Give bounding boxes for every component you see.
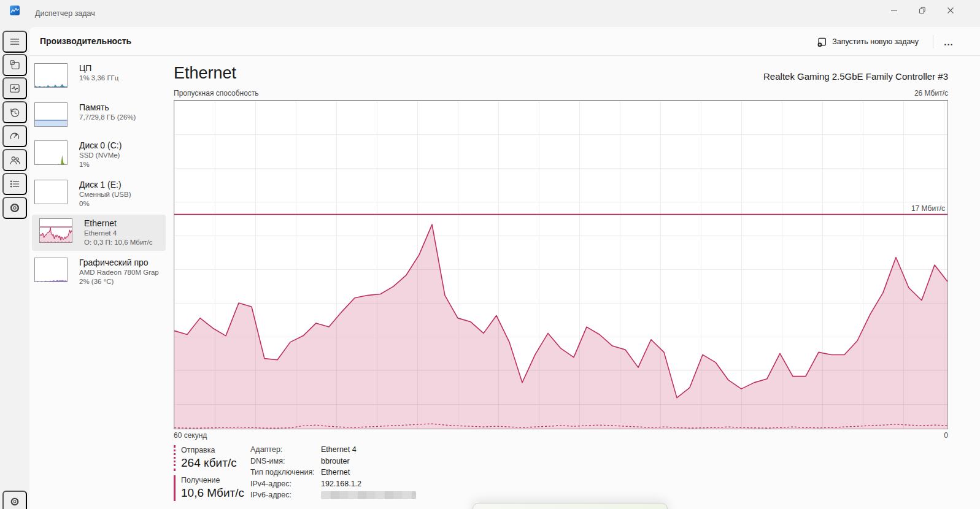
perf-item-gpu[interactable]: Графический проAMD Radeon 780M Grap2% (3… [34, 258, 166, 286]
disk0-thumbnail [34, 140, 68, 165]
selected-indicator [1, 82, 2, 94]
send-label: Отправка [181, 445, 250, 455]
receive-kpi: Получение 10,6 Мбит/с [174, 475, 250, 501]
throughput-chart-svg [174, 101, 947, 429]
rail-item-processes[interactable] [2, 54, 27, 76]
throughput-label: Пропускная способность [174, 89, 259, 98]
scale-max-label: 26 Мбит/с [914, 89, 948, 98]
receive-label: Получение [181, 475, 250, 485]
run-new-task-button[interactable]: Запустить новую задачу [811, 33, 925, 51]
header-separator [933, 35, 933, 48]
rail-item-users[interactable] [2, 149, 27, 171]
menu-icon[interactable] [2, 31, 27, 53]
rail-item-details[interactable] [2, 173, 27, 195]
perf-item-memory[interactable]: Память7,7/29,8 ГБ (26%) [34, 102, 166, 127]
ethernet-thumbnail [39, 218, 72, 243]
rail-item-app-history[interactable] [2, 101, 27, 123]
send-kpi: Отправка 264 кбит/с [174, 445, 250, 471]
new-task-icon [817, 37, 827, 47]
close-button[interactable] [936, 0, 965, 21]
titlebar: Диспетчер задач [0, 0, 980, 27]
page-title: Производительность [40, 36, 131, 46]
disk1-thumbnail [34, 180, 68, 204]
tooltip-popup [473, 503, 668, 509]
controller-name: Realtek Gaming 2.5GbE Family Controller … [763, 71, 948, 82]
run-new-task-label: Запустить новую задачу [832, 37, 919, 46]
task-manager-app-icon [10, 6, 20, 15]
perf-item-ethernet[interactable]: EthernetEthernet 4О: 0,3 П: 10,6 Мбит/с [32, 215, 166, 251]
more-options-button[interactable]: ... [938, 33, 959, 51]
settings-icon[interactable] [2, 491, 27, 509]
receive-value: 10,6 Мбит/с [181, 485, 250, 501]
threshold-label: 17 Мбит/с [911, 204, 945, 213]
rail-item-services[interactable] [2, 197, 27, 219]
send-value: 264 кбит/с [181, 455, 250, 471]
rail-item-startup-apps[interactable] [2, 125, 27, 147]
card-header: Производительность Запустить новую задач… [29, 27, 980, 56]
perf-item-cpu[interactable]: ЦП1% 3,36 ГГц [34, 63, 166, 88]
x-axis-left-label: 60 секунд [174, 431, 207, 440]
adapter-details: Адаптер:Ethernet 4 DNS-имя:bbrouter Тип … [250, 445, 416, 505]
memory-thumbnail [34, 102, 68, 127]
rail-item-performance[interactable] [2, 77, 27, 99]
minimize-button[interactable] [880, 0, 908, 21]
gpu-thumbnail [34, 258, 68, 282]
perf-item-disk0[interactable]: Диск 0 (C:)SSD (NVMe)1% [34, 140, 166, 169]
stats-block: Отправка 264 кбит/с Получение 10,6 Мбит/… [174, 445, 416, 505]
nav-rail [0, 27, 29, 509]
resource-title: Ethernet [174, 64, 236, 83]
content-card: Производительность Запустить новую задач… [29, 27, 980, 509]
restore-button[interactable] [908, 0, 936, 21]
cpu-thumbnail [34, 63, 68, 88]
ipv6-redacted-value [321, 491, 416, 499]
perf-item-disk1[interactable]: Диск 1 (E:)Сменный (USB)0% [34, 180, 166, 209]
x-axis-right-label: 0 [944, 431, 948, 440]
throughput-chart: 17 Мбит/с [174, 100, 948, 429]
window-title: Диспетчер задач [35, 9, 95, 18]
